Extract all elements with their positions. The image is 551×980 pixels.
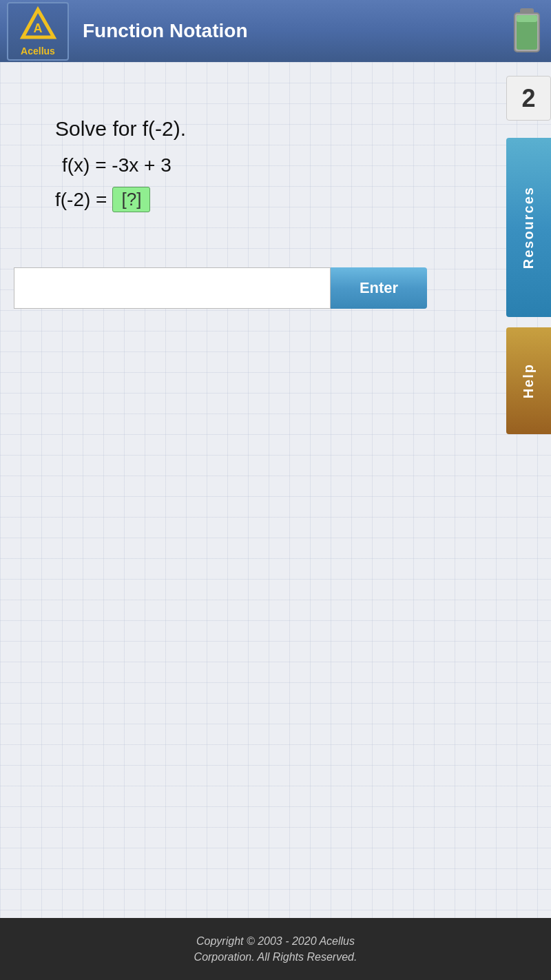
function-definition: f(x) = -3x + 3: [62, 154, 482, 176]
enter-button[interactable]: Enter: [331, 267, 427, 309]
problem-instruction: Solve for f(-2).: [55, 117, 482, 141]
answer-input[interactable]: [14, 267, 331, 309]
resources-label: Resources: [521, 186, 537, 269]
logo-text: Acellus: [21, 45, 55, 57]
svg-text:A: A: [33, 21, 42, 35]
function-eval-prefix: f(-2) =: [55, 189, 107, 211]
header: A Acellus Function Notation: [0, 0, 551, 62]
help-label: Help: [521, 363, 537, 398]
svg-rect-5: [517, 15, 537, 22]
footer: Copyright © 2003 - 2020 Acellus Corporat…: [0, 918, 551, 980]
footer-line1: Copyright © 2003 - 2020 Acellus: [196, 935, 355, 948]
logo-box: A Acellus: [7, 2, 69, 61]
main-content: 2 Resources Help Solve for f(-2). f(x) =…: [0, 62, 551, 951]
answer-placeholder: [?]: [112, 187, 150, 212]
battery-icon: [513, 8, 541, 53]
counter-value: 2: [521, 84, 535, 113]
function-evaluation: f(-2) = [?]: [55, 187, 482, 212]
footer-line2: Corporation. All Rights Reserved.: [194, 951, 357, 963]
page-title: Function Notation: [83, 20, 544, 42]
counter-badge: 2: [506, 76, 551, 121]
help-button[interactable]: Help: [506, 327, 551, 434]
acellus-logo-icon: A: [19, 6, 57, 44]
problem-container: Solve for f(-2). f(x) = -3x + 3 f(-2) = …: [55, 117, 482, 212]
resources-button[interactable]: Resources: [506, 138, 551, 317]
input-area: Enter: [14, 267, 537, 309]
